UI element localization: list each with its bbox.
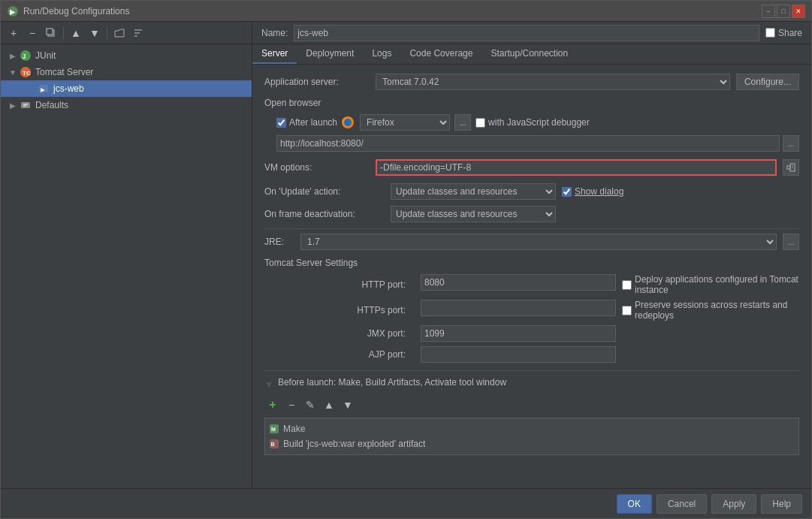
move-up-button[interactable]: ▲	[68, 25, 84, 41]
tomcat-folder-icon: TC	[19, 66, 32, 78]
tree-toggle-tomcat: ▼	[7, 68, 19, 77]
tabs-bar: Server Deployment Logs Code Coverage Sta…	[252, 44, 811, 65]
title-bar-buttons: − □ ✕	[762, 5, 805, 18]
http-port-input[interactable]	[421, 274, 616, 291]
maximize-button[interactable]: □	[777, 5, 790, 18]
ok-button[interactable]: OK	[617, 494, 652, 514]
firefox-icon	[342, 116, 354, 128]
js-debugger-check: with JavaScript debugger	[475, 117, 590, 128]
sort-button[interactable]	[130, 25, 146, 41]
divider	[264, 228, 799, 229]
svg-text:B: B	[271, 442, 275, 447]
apply-button[interactable]: Apply	[711, 494, 756, 514]
tree-toggle-junit: ▶	[7, 52, 19, 60]
share-checkbox[interactable]	[765, 28, 775, 38]
on-frame-select[interactable]: Update classes and resources	[391, 206, 556, 222]
cancel-button[interactable]: Cancel	[657, 494, 707, 514]
http-port-label: HTTP port:	[362, 279, 409, 290]
on-update-label: On 'Update' action:	[264, 186, 385, 197]
tree-item-junit[interactable]: ▶ J JUnit	[1, 47, 252, 64]
help-button[interactable]: Help	[761, 494, 802, 514]
show-dialog-check: Show dialog	[562, 186, 623, 197]
bl-item-make-label: Make	[283, 424, 305, 434]
tree-label-jcs-web: jcs-web	[53, 83, 84, 94]
before-launch-edit-button[interactable]: ✎	[302, 397, 318, 413]
junit-icon: J	[19, 50, 32, 62]
before-launch-list: M Make B Buil	[264, 418, 799, 455]
config-tree: ▶ J JUnit ▼ TC	[1, 44, 252, 488]
name-input[interactable]	[294, 25, 759, 41]
app-server-select[interactable]: Tomcat 7.0.42	[376, 74, 730, 90]
ajp-port-input[interactable]	[421, 346, 616, 363]
tab-server[interactable]: Server	[252, 44, 297, 64]
svg-rect-13	[21, 102, 30, 108]
tab-deployment[interactable]: Deployment	[297, 44, 363, 64]
minimize-button[interactable]: −	[762, 5, 775, 18]
before-launch-add-button[interactable]: +	[264, 397, 281, 413]
share-label: Share	[778, 28, 802, 38]
before-launch-up-button[interactable]: ▲	[321, 397, 337, 413]
svg-text:M: M	[271, 427, 276, 432]
bl-item-build[interactable]: B Build 'jcs-web:war exploded' artifact	[268, 436, 795, 451]
vm-options-input[interactable]	[376, 159, 777, 176]
svg-rect-16	[787, 166, 790, 169]
deploy-checkbox[interactable]	[622, 280, 632, 290]
jre-label: JRE:	[264, 237, 294, 247]
add-config-button[interactable]: +	[5, 25, 22, 41]
move-down-button[interactable]: ▼	[86, 25, 103, 41]
svg-text:TC: TC	[23, 70, 31, 77]
after-launch-label: After launch	[289, 117, 337, 128]
window-title: Run/Debug Configurations	[23, 6, 762, 17]
tree-item-defaults[interactable]: ▶ Defaults	[1, 97, 252, 113]
on-frame-row: On frame deactivation: Update classes an…	[264, 206, 799, 222]
on-update-row: On 'Update' action: Update classes and r…	[264, 183, 799, 200]
run-debug-configurations-window: ▶ Run/Debug Configurations − □ ✕ + −	[0, 0, 812, 519]
jre-more-button[interactable]: ...	[783, 234, 799, 250]
window-icon: ▶	[7, 5, 19, 17]
before-launch-toolbar: + − ✎ ▲ ▼	[264, 397, 799, 413]
app-server-label: Application server:	[264, 77, 370, 87]
https-port-label: HTTPs port:	[357, 305, 409, 315]
browser-select[interactable]: Firefox	[360, 114, 450, 131]
bl-item-build-label: Build 'jcs-web:war exploded' artifact	[283, 439, 425, 449]
tab-code-coverage[interactable]: Code Coverage	[400, 44, 481, 64]
toolbar-separator	[63, 27, 64, 39]
right-panel: Name: Share Server Deployment Logs Code …	[252, 22, 811, 488]
after-launch-checkbox[interactable]	[276, 118, 286, 128]
server-tab-content: Application server: Tomcat 7.0.42 Config…	[252, 65, 811, 488]
browser-more-button[interactable]: ...	[454, 114, 471, 131]
before-launch-remove-button[interactable]: −	[283, 397, 300, 413]
url-more-button[interactable]: ...	[783, 135, 799, 152]
tree-item-tomcat[interactable]: ▼ TC Tomcat Server	[1, 64, 252, 80]
before-launch-down-button[interactable]: ▼	[340, 397, 356, 413]
close-button[interactable]: ✕	[792, 5, 805, 18]
tab-logs[interactable]: Logs	[363, 44, 400, 64]
remove-config-button[interactable]: −	[24, 25, 41, 41]
tree-label-junit: JUnit	[35, 50, 56, 61]
tab-startup[interactable]: Startup/Connection	[481, 44, 577, 64]
left-toolbar: + − ▲ ▼	[1, 22, 252, 44]
app-server-row: Application server: Tomcat 7.0.42 Config…	[264, 74, 799, 90]
vm-options-label: VM options:	[264, 162, 370, 173]
show-dialog-label: Show dialog	[575, 186, 623, 197]
preserve-checkbox[interactable]	[622, 306, 632, 315]
on-update-select[interactable]: Update classes and resources	[391, 183, 556, 200]
https-port-input[interactable]	[421, 300, 616, 316]
tree-item-jcs-web[interactable]: ▶ jcs-web	[1, 80, 252, 97]
make-icon: M	[268, 423, 280, 435]
jmx-port-input[interactable]	[421, 325, 616, 342]
name-bar: Name: Share	[252, 22, 811, 44]
configure-button[interactable]: Configure...	[736, 74, 799, 90]
js-debugger-label: with JavaScript debugger	[488, 117, 590, 128]
js-debugger-checkbox[interactable]	[475, 118, 485, 128]
bottom-bar: OK Cancel Apply Help	[1, 488, 811, 518]
url-input[interactable]	[276, 135, 780, 152]
main-content: + − ▲ ▼	[1, 22, 811, 488]
jcs-web-icon: ▶	[37, 83, 50, 95]
vm-expand-button[interactable]	[783, 159, 799, 176]
bl-item-make[interactable]: M Make	[268, 421, 795, 436]
jre-select[interactable]: 1.7	[300, 234, 777, 250]
folder-button[interactable]	[111, 25, 128, 41]
copy-config-button[interactable]	[43, 25, 59, 41]
show-dialog-checkbox[interactable]	[562, 187, 572, 197]
